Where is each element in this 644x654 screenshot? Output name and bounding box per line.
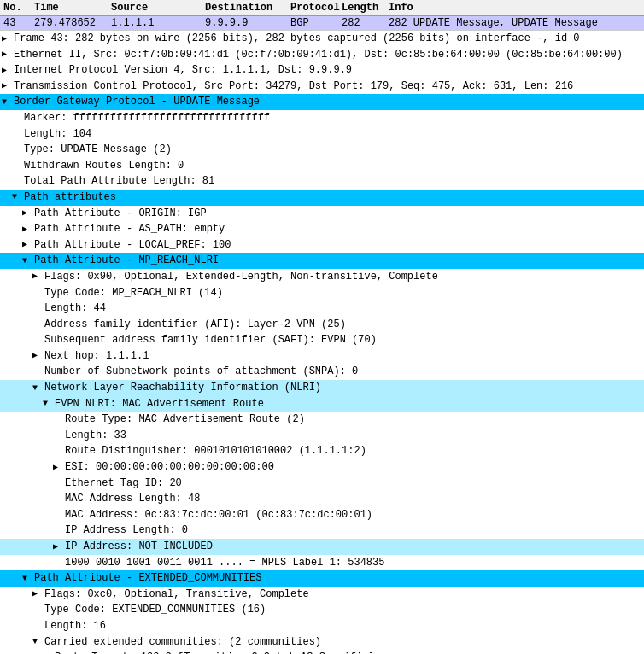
tree-row-nexthop[interactable]: ▶Next hop: 1.1.1.1 (0, 348, 644, 365)
tree-toggle-ip_addr[interactable]: ▶ (53, 540, 65, 554)
tree-row-safi[interactable]: Subsequent address family identifier (SA… (0, 332, 644, 348)
tree-text-nlri: Network Layer Reachability Information (… (44, 380, 642, 396)
tree-row-pa_locpref[interactable]: ▶Path Attribute - LOCAL_PREF: 100 (0, 237, 644, 254)
tree-row-rd[interactable]: Route Distinguisher: 0001010101010002 (1… (0, 443, 644, 459)
packet-source: 1.1.1.1 (111, 17, 205, 29)
tree-text-evpn: EVPN NLRI: MAC Advertisement Route (55, 396, 642, 412)
tree-row-afi[interactable]: Address family identifier (AFI): Layer-2… (0, 317, 644, 333)
tree-text-marker1: Marker: ffffffffffffffffffffffffffffffff (24, 110, 642, 126)
tree-row-withdrawn1[interactable]: Withdrawn Routes Length: 0 (0, 158, 644, 174)
tree-row-marker1[interactable]: Marker: ffffffffffffffffffffffffffffffff (0, 110, 644, 126)
tree-text-mac_len: MAC Address Length: 48 (65, 491, 642, 507)
packet-info: 282 UPDATE Message, UPDATE Message (389, 17, 641, 29)
tree-row-len_extcomm[interactable]: Length: 16 (0, 618, 644, 634)
col-header-time: Time (34, 2, 111, 14)
packet-no: 43 (3, 17, 34, 29)
tree-toggle-evpn[interactable]: ▼ (43, 397, 55, 411)
tree-row-typecode_extcomm[interactable]: Type Code: EXTENDED_COMMUNITIES (16) (0, 602, 644, 618)
tree-row-tcp[interactable]: ▶Transmission Control Protocol, Src Port… (0, 79, 644, 95)
tree-row-length1[interactable]: Length: 104 (0, 126, 644, 143)
tree-text-frame: Frame 43: 282 bytes on wire (2256 bits),… (14, 31, 642, 47)
tree-row-snpa[interactable]: Number of Subnetwork points of attachmen… (0, 364, 644, 380)
tree-row-ip_addr[interactable]: ▶IP Address: NOT INCLUDED (0, 539, 644, 555)
packet-time: 279.478652 (34, 17, 111, 29)
tree-text-mac_addr: MAC Address: 0c:83:7c:dc:00:01 (0c:83:7c… (65, 507, 642, 523)
tree-row-esi[interactable]: ▶ESI: 00:00:00:00:00:00:00:00:00:00 (0, 459, 644, 476)
tree-text-safi: Subsequent address family identifier (SA… (44, 332, 642, 348)
tree-row-frame[interactable]: ▶Frame 43: 282 bytes on wire (2256 bits)… (0, 31, 644, 47)
tree-row-pa_origin[interactable]: ▶Path Attribute - ORIGIN: IGP (0, 206, 644, 222)
tree-text-typecode_mpreach: Type Code: MP_REACH_NLRI (14) (44, 285, 642, 301)
tree-text-pa_origin: Path Attribute - ORIGIN: IGP (34, 206, 642, 222)
tree-row-flags_extcomm[interactable]: ▶Flags: 0xc0, Optional, Transitive, Comp… (0, 587, 644, 603)
tree-row-len_mpreach[interactable]: Length: 44 (0, 301, 644, 317)
tree-row-pa_mpreach[interactable]: ▼Path Attribute - MP_REACH_NLRI (0, 253, 644, 269)
tree-row-ip[interactable]: ▶Internet Protocol Version 4, Src: 1.1.1… (0, 62, 644, 79)
tree-row-eth_tag[interactable]: Ethernet Tag ID: 20 (0, 476, 644, 492)
tree-text-len_extcomm: Length: 16 (44, 618, 642, 634)
tree-text-ip: Internet Protocol Version 4, Src: 1.1.1.… (14, 62, 642, 79)
tree-toggle-frame[interactable]: ▶ (2, 32, 14, 46)
tree-text-withdrawn1: Withdrawn Routes Length: 0 (24, 158, 642, 174)
tree-text-total_path1: Total Path Attribute Length: 81 (24, 173, 642, 190)
tree-text-snpa: Number of Subnetwork points of attachmen… (44, 364, 642, 380)
packet-length: 282 (342, 17, 389, 29)
tree-toggle-bgp1[interactable]: ▼ (2, 96, 14, 109)
tree-toggle-pa_aspath[interactable]: ▶ (22, 223, 34, 236)
tree-toggle-esi[interactable]: ▶ (53, 461, 65, 475)
tree-row-rt[interactable]: ▶Route Target: 100:2 [Transitive 2-Octet… (0, 650, 644, 654)
packet-dest: 9.9.9.9 (205, 17, 290, 29)
tree-toggle-flags_extcomm[interactable]: ▶ (32, 587, 44, 601)
tree-text-esi: ESI: 00:00:00:00:00:00:00:00:00:00 (65, 459, 642, 476)
tree-toggle-pa_extcomm[interactable]: ▼ (22, 572, 34, 586)
tree-row-mac_len[interactable]: MAC Address Length: 48 (0, 491, 644, 507)
tree-text-ip_len: IP Address Length: 0 (65, 523, 642, 539)
tree-row-typecode_mpreach[interactable]: Type Code: MP_REACH_NLRI (14) (0, 285, 644, 301)
tree-toggle-carried_extcomm[interactable]: ▼ (32, 635, 44, 649)
tree-text-type1: Type: UPDATE Message (2) (24, 142, 642, 158)
col-header-length: Length (342, 2, 389, 14)
tree-toggle-pa_locpref[interactable]: ▶ (22, 238, 34, 252)
tree-toggle-path_attrs[interactable]: ▼ (12, 190, 24, 204)
tree-toggle-nlri[interactable]: ▼ (32, 382, 44, 395)
tree-toggle-pa_origin[interactable]: ▶ (22, 207, 34, 220)
tree-toggle-ethernet[interactable]: ▶ (2, 48, 14, 61)
tree-text-afi: Address family identifier (AFI): Layer-2… (44, 317, 642, 333)
tree-text-carried_extcomm: Carried extended communities: (2 communi… (44, 634, 642, 651)
tree-row-type1[interactable]: Type: UPDATE Message (2) (0, 142, 644, 158)
tree-text-mpls: 1000 0010 1001 0011 0011 .... = MPLS Lab… (65, 555, 642, 571)
tree-text-pa_mpreach: Path Attribute - MP_REACH_NLRI (34, 253, 642, 269)
tree-row-flags_mpreach[interactable]: ▶Flags: 0x90, Optional, Extended-Length,… (0, 269, 644, 285)
tree-row-total_path1[interactable]: Total Path Attribute Length: 81 (0, 173, 644, 190)
tree-row-mac_addr[interactable]: MAC Address: 0c:83:7c:dc:00:01 (0c:83:7c… (0, 507, 644, 523)
tree-row-pa_extcomm[interactable]: ▼Path Attribute - EXTENDED_COMMUNITIES (0, 570, 644, 587)
tree-text-routelen: Length: 33 (65, 428, 642, 444)
packet-tree: ▶Frame 43: 282 bytes on wire (2256 bits)… (0, 31, 644, 654)
tree-row-evpn[interactable]: ▼EVPN NLRI: MAC Advertisement Route (0, 396, 644, 412)
tree-text-ip_addr: IP Address: NOT INCLUDED (65, 539, 642, 555)
tree-row-mpls[interactable]: 1000 0010 1001 0011 0011 .... = MPLS Lab… (0, 555, 644, 571)
tree-text-len_mpreach: Length: 44 (44, 301, 642, 317)
tree-row-ethernet[interactable]: ▶Ethernet II, Src: 0c:f7:0b:09:41:d1 (0c… (0, 47, 644, 63)
tree-toggle-tcp[interactable]: ▶ (2, 79, 14, 93)
tree-row-routelen[interactable]: Length: 33 (0, 428, 644, 444)
tree-row-bgp1[interactable]: ▼Border Gateway Protocol - UPDATE Messag… (0, 94, 644, 110)
tree-toggle-flags_mpreach[interactable]: ▶ (32, 270, 44, 283)
tree-text-path_attrs: Path attributes (24, 190, 642, 206)
tree-toggle-nexthop[interactable]: ▶ (32, 349, 44, 363)
tree-toggle-pa_mpreach[interactable]: ▼ (22, 254, 34, 268)
col-header-source: Source (111, 2, 205, 14)
tree-row-ip_len[interactable]: IP Address Length: 0 (0, 523, 644, 539)
col-header-no: No. (3, 2, 34, 14)
col-header-protocol: Protocol (290, 2, 342, 14)
tree-row-path_attrs[interactable]: ▼Path attributes (0, 190, 644, 206)
tree-row-nlri[interactable]: ▼Network Layer Reachability Information … (0, 380, 644, 396)
tree-text-rt: Route Target: 100:2 [Transitive 2-Octet … (55, 650, 642, 654)
tree-row-carried_extcomm[interactable]: ▼Carried extended communities: (2 commun… (0, 634, 644, 651)
packet-row[interactable]: 43 279.478652 1.1.1.1 9.9.9.9 BGP 282 28… (0, 16, 644, 30)
tree-row-pa_aspath[interactable]: ▶Path Attribute - AS_PATH: empty (0, 221, 644, 237)
tree-text-typecode_extcomm: Type Code: EXTENDED_COMMUNITIES (16) (44, 602, 642, 618)
tree-row-routetype[interactable]: Route Type: MAC Advertisement Route (2) (0, 412, 644, 428)
tree-toggle-ip[interactable]: ▶ (2, 64, 14, 78)
packet-protocol: BGP (290, 17, 342, 29)
